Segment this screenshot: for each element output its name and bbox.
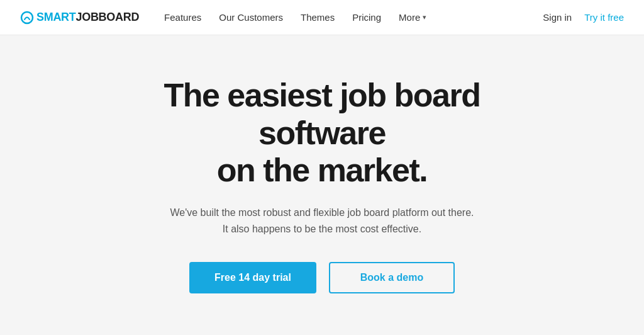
logo-icon (20, 11, 34, 25)
hero-section: The easiest job board software on the ma… (0, 35, 644, 335)
nav-link-customers[interactable]: Our Customers (219, 12, 283, 23)
logo[interactable]: SMARTJOBBOARD (20, 11, 139, 25)
nav-more-dropdown[interactable]: More ▾ (399, 12, 426, 23)
nav-link-more[interactable]: More (399, 12, 420, 23)
nav-item-features[interactable]: Features (164, 12, 201, 23)
nav-links: Features Our Customers Themes Pricing Mo… (164, 12, 426, 23)
logo-jobboard: JOBBOARD (76, 11, 140, 24)
nav-item-pricing[interactable]: Pricing (352, 12, 381, 23)
free-trial-button[interactable]: Free 14 day trial (189, 262, 316, 293)
hero-title-line2: on the market. (217, 152, 427, 188)
hero-title-line1: The easiest job board software (164, 77, 480, 151)
book-demo-button[interactable]: Book a demo (329, 262, 455, 293)
nav-right: Sign in Try it free (543, 12, 624, 23)
nav-item-themes[interactable]: Themes (301, 12, 335, 23)
hero-buttons: Free 14 day trial Book a demo (189, 262, 455, 293)
hero-title: The easiest job board software on the ma… (108, 77, 536, 190)
try-free-link[interactable]: Try it free (584, 12, 624, 23)
nav-item-more[interactable]: More ▾ (399, 12, 426, 23)
navbar: SMARTJOBBOARD Features Our Customers The… (0, 0, 644, 35)
signin-link[interactable]: Sign in (543, 12, 572, 23)
nav-item-customers[interactable]: Our Customers (219, 12, 283, 23)
nav-link-pricing[interactable]: Pricing (352, 12, 381, 23)
hero-subtitle: We've built the most robust and flexible… (170, 205, 474, 237)
hero-subtitle-line1: We've built the most robust and flexible… (170, 207, 474, 218)
chevron-down-icon: ▾ (423, 13, 426, 21)
nav-link-features[interactable]: Features (164, 12, 201, 23)
nav-left: SMARTJOBBOARD Features Our Customers The… (20, 11, 426, 25)
nav-link-themes[interactable]: Themes (301, 12, 335, 23)
logo-smart: SMART (36, 11, 76, 24)
hero-subtitle-line2: It also happens to be the most cost effe… (223, 224, 421, 234)
